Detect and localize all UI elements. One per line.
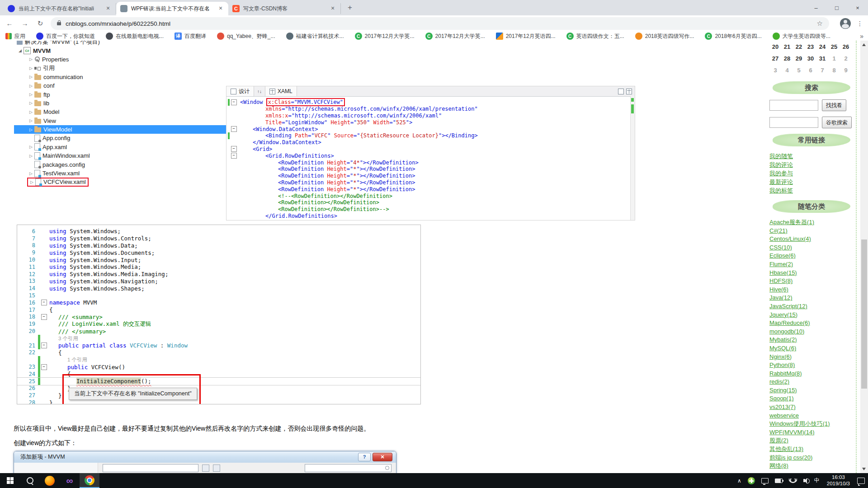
taskbar-firefox-button[interactable]: [40, 473, 60, 488]
tab-xaml[interactable]: XAML: [265, 86, 297, 96]
ime-indicator[interactable]: 中: [811, 473, 823, 488]
sidebar-link[interactable]: Flume(2): [769, 260, 854, 269]
bookmark-item[interactable]: 2018英语四级写作...: [635, 33, 694, 40]
sidebar-link[interactable]: Mybatis(2): [769, 336, 854, 344]
calendar-day[interactable]: 30: [805, 52, 816, 64]
bookmark-item[interactable]: qq_Yabee、野蜂_...: [217, 33, 275, 40]
tree-item-app.config[interactable]: App.config: [14, 134, 226, 142]
tree-item-testview.xaml[interactable]: ▷TestView.xaml: [14, 169, 226, 178]
taskbar-search-button[interactable]: [20, 473, 40, 488]
calendar-day[interactable]: 25: [828, 41, 840, 52]
tree-item-mainwindow.xaml[interactable]: ▷MainWindow.xaml: [14, 151, 226, 160]
page-scrollbar[interactable]: [860, 41, 868, 473]
bookmark-item[interactable]: C2018年6月英语四...: [705, 33, 761, 40]
expand-pane-icon[interactable]: [626, 89, 632, 94]
sidebar-link[interactable]: Apache服务器(1): [769, 218, 854, 227]
google-search-button[interactable]: 谷歌搜索: [822, 117, 852, 128]
tree-item-model[interactable]: ▷Model: [14, 108, 226, 116]
fold-collapse-icon[interactable]: −: [41, 343, 47, 348]
bookmark-item[interactable]: C2017年12月大学英...: [355, 33, 415, 40]
reload-button[interactable]: ↻: [34, 18, 46, 29]
calendar-day[interactable]: 9: [840, 64, 852, 76]
browser-tab[interactable]: 当前上下文中不存在名称"Initiali×: [4, 3, 116, 14]
bookmark-item[interactable]: 2017年12月英语四...: [496, 33, 556, 40]
tab-close-icon[interactable]: ×: [329, 5, 336, 12]
fold-collapse-icon[interactable]: −: [231, 153, 237, 159]
battery-tray-icon[interactable]: [772, 473, 786, 488]
action-center-button[interactable]: [854, 473, 868, 488]
sidebar-link[interactable]: Centos/Linux(4): [769, 235, 854, 244]
sidebar-link[interactable]: Jquery(15): [769, 311, 854, 319]
taskbar-visualstudio-button[interactable]: ∞: [60, 473, 80, 488]
sidebar-link[interactable]: vs2013(7): [769, 403, 854, 412]
google-search-input[interactable]: [769, 117, 818, 128]
scrollbar-thumb[interactable]: [861, 239, 867, 389]
sidebar-link[interactable]: 最新评论: [769, 178, 854, 186]
sidebar-link[interactable]: Python(8): [769, 361, 854, 370]
calendar-day[interactable]: 3: [769, 64, 781, 76]
sidebar-link[interactable]: Windows使用小技巧(1): [769, 420, 854, 428]
sidebar-link[interactable]: 我的评论: [769, 160, 854, 169]
calendar-day[interactable]: 29: [793, 52, 805, 64]
sidebar-link[interactable]: Spring(15): [769, 386, 854, 395]
apps-shortcut[interactable]: 应用: [5, 33, 25, 40]
maximize-button[interactable]: □: [826, 0, 847, 15]
sidebar-link[interactable]: Map/Reduce(6): [769, 319, 854, 328]
profile-avatar-icon[interactable]: [840, 18, 851, 29]
bookmark-star-icon[interactable]: ☆: [817, 19, 823, 28]
collapsed-arrow-icon[interactable]: ▷: [28, 127, 34, 132]
fold-collapse-icon[interactable]: −: [231, 126, 237, 132]
tree-item-conf[interactable]: ▷conf: [14, 81, 226, 90]
collapsed-arrow-icon[interactable]: ▷: [28, 57, 34, 61]
sidebar-link[interactable]: Nginx(6): [769, 353, 854, 361]
sort-dropdown[interactable]: [103, 464, 198, 472]
calendar-day[interactable]: 23: [805, 41, 816, 52]
tree-item-properties[interactable]: ▷Properties: [14, 55, 226, 64]
tab-close-icon[interactable]: ×: [217, 5, 224, 12]
calendar-day[interactable]: 1: [828, 52, 840, 64]
xaml-code[interactable]: −<Window x:Class="MVVM.VCFCView"xmlns="h…: [226, 97, 635, 219]
calendar-day[interactable]: 22: [793, 41, 805, 52]
calendar-day[interactable]: 31: [816, 52, 828, 64]
bookmarks-overflow-icon[interactable]: »: [860, 33, 863, 40]
scroll-down-icon[interactable]: [862, 468, 866, 470]
expanded-arrow-icon[interactable]: ◢: [17, 48, 24, 53]
sidebar-link[interactable]: 我的随笔: [769, 152, 854, 160]
wifi-tray-icon[interactable]: [786, 473, 800, 488]
sidebar-link[interactable]: Hbase(15): [769, 269, 854, 277]
sidebar-link[interactable]: JavaScript(12): [769, 302, 854, 311]
view-small-icon[interactable]: [202, 465, 209, 472]
calendar-day[interactable]: 26: [840, 41, 852, 52]
xaml-scroll-strip[interactable]: [630, 96, 635, 220]
collapsed-arrow-icon[interactable]: ▷: [28, 84, 34, 88]
sidebar-link[interactable]: Hive(6): [769, 286, 854, 294]
calendar-day[interactable]: 20: [769, 41, 781, 52]
calendar-day[interactable]: 7: [816, 64, 828, 76]
fold-collapse-icon[interactable]: −: [231, 146, 237, 152]
collapsed-arrow-icon[interactable]: ▷: [28, 92, 34, 97]
fold-collapse-icon[interactable]: −: [231, 99, 237, 105]
tree-item-packages.config[interactable]: packages.config: [14, 160, 226, 169]
collapsed-arrow-icon[interactable]: ▷: [28, 145, 34, 149]
collapsed-arrow-icon[interactable]: ▷: [28, 180, 35, 184]
volume-tray-icon[interactable]: [800, 473, 811, 488]
dialog-help-button[interactable]: ?: [358, 453, 371, 461]
collapsed-arrow-icon[interactable]: ▷: [28, 154, 34, 158]
collapsed-arrow-icon[interactable]: ▷: [28, 171, 34, 176]
dialog-search-input[interactable]: [305, 464, 392, 472]
tree-item-mvvm[interactable]: ◢C#MVVM: [14, 46, 226, 55]
display-tray-icon[interactable]: [758, 473, 772, 488]
tree-item-引用[interactable]: ▷引用: [14, 64, 226, 72]
browser-tab[interactable]: WPF错误:当前上下文中不存在名×: [116, 2, 228, 15]
close-button[interactable]: ×: [847, 0, 868, 15]
calendar-day[interactable]: 21: [781, 41, 793, 52]
site-search-input[interactable]: [769, 100, 818, 111]
tree-item-lib[interactable]: ▷lib: [14, 99, 226, 108]
sidebar-link[interactable]: 我的标签: [769, 186, 854, 195]
bookmark-item[interactable]: 译百度翻译: [175, 33, 206, 40]
sidebar-link[interactable]: Java(12): [769, 294, 854, 302]
calendar-day[interactable]: 4: [781, 64, 793, 76]
fold-collapse-icon[interactable]: −: [41, 300, 47, 305]
sidebar-link[interactable]: 网络(8): [769, 462, 854, 470]
sidebar-link[interactable]: 股票(2): [769, 436, 854, 445]
